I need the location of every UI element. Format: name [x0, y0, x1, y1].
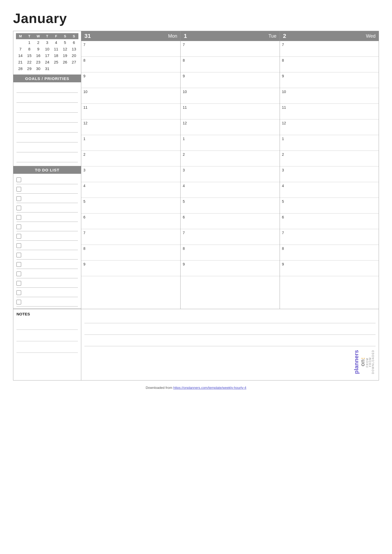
hour-row: 6 — [280, 213, 379, 229]
cal-day-header: T — [43, 33, 51, 39]
hour-row: 5 — [81, 198, 180, 213]
cal-day: 9 — [34, 46, 43, 52]
day-column: 1Tue789101112123456789 — [180, 31, 279, 309]
hour-row: 7 — [81, 229, 180, 245]
hour-label: 11 — [83, 105, 90, 109]
todo-item — [16, 213, 78, 222]
hour-label: 12 — [282, 120, 288, 125]
hour-row: 6 — [181, 213, 279, 229]
todo-item — [16, 204, 78, 212]
cal-day: 22 — [25, 59, 34, 65]
hour-label: 7 — [183, 230, 189, 235]
hour-row: 11 — [181, 104, 279, 119]
hour-row: 2 — [280, 151, 379, 166]
hour-label: 4 — [83, 183, 90, 188]
days-grid: 31Mon7891011121234567891Tue7891011121234… — [81, 31, 379, 309]
todo-checkbox[interactable] — [16, 281, 21, 286]
hour-label: 9 — [282, 73, 288, 78]
todo-checkbox[interactable] — [16, 177, 21, 182]
hour-label: 12 — [183, 120, 189, 125]
todo-checkbox[interactable] — [16, 300, 21, 304]
cal-day: 20 — [70, 52, 78, 59]
hour-row: 12 — [181, 119, 279, 135]
hour-row: 7 — [280, 41, 379, 57]
hour-row: 8 — [181, 245, 279, 261]
todo-checkbox[interactable] — [16, 215, 21, 220]
todo-item — [16, 288, 78, 297]
cal-day: 10 — [43, 46, 51, 52]
todo-item — [16, 269, 78, 278]
todo-checkbox[interactable] — [16, 272, 21, 276]
hour-row: 9 — [280, 261, 379, 276]
hour-row: 12 — [280, 119, 379, 135]
footer-link[interactable]: https://onplanners.com/template/weekly-h… — [173, 386, 246, 390]
goals-lines — [13, 82, 81, 166]
todo-checkbox[interactable] — [16, 187, 21, 192]
todo-checkbox[interactable] — [16, 224, 21, 229]
notes-area-right — [84, 312, 376, 346]
hour-row: 4 — [181, 182, 279, 198]
todo-header: TO DO LIST — [13, 166, 81, 174]
branding-area: DOWNLOADED FROM FROM on: planners — [84, 346, 376, 378]
hour-row: 12 — [81, 119, 180, 135]
hour-label: 1 — [83, 136, 90, 141]
cal-day: 11 — [52, 46, 61, 52]
hour-row: 7 — [280, 229, 379, 245]
day-name: Wed — [366, 33, 376, 39]
hour-label: 8 — [183, 58, 189, 62]
hour-row: 1 — [81, 135, 180, 151]
cal-day — [16, 39, 25, 46]
hour-row: 7 — [181, 229, 279, 245]
todo-checkbox[interactable] — [16, 290, 21, 295]
hour-label: 8 — [282, 246, 288, 251]
todo-checkbox[interactable] — [16, 196, 21, 201]
left-panel: MTWTFSS 12345678910111213141516171819202… — [13, 31, 81, 309]
hour-row: 8 — [81, 245, 180, 261]
hour-label: 2 — [282, 152, 288, 157]
hour-row: 8 — [181, 57, 279, 72]
cal-day-header: F — [52, 33, 61, 39]
notes-area-lines — [16, 318, 78, 353]
todo-checkbox[interactable] — [16, 206, 21, 210]
notes-line — [84, 335, 376, 346]
hour-label: 11 — [282, 105, 288, 109]
main-grid: MTWTFSS 12345678910111213141516171819202… — [13, 31, 379, 309]
todo-item — [16, 251, 78, 259]
cal-day-header: W — [34, 33, 43, 39]
goal-line — [16, 154, 78, 162]
hour-label: 6 — [183, 215, 189, 219]
hour-row: 9 — [81, 261, 180, 276]
cal-day: 3 — [43, 39, 51, 46]
hour-label: 5 — [183, 199, 189, 204]
hour-label: 6 — [282, 215, 288, 219]
hour-row: 9 — [181, 261, 279, 276]
todo-checkbox[interactable] — [16, 253, 21, 257]
hour-row: 6 — [81, 213, 180, 229]
hour-label: 2 — [183, 152, 189, 157]
hour-label: 6 — [83, 215, 90, 219]
cal-day: 8 — [25, 46, 34, 52]
hour-label: 8 — [83, 246, 90, 251]
hour-row: 4 — [280, 182, 379, 198]
hour-label: 7 — [282, 230, 288, 235]
cal-day: 5 — [61, 39, 70, 46]
todo-items — [13, 174, 81, 309]
hour-label: 8 — [83, 58, 90, 62]
todo-section: TO DO LIST — [13, 166, 81, 309]
todo-checkbox[interactable] — [16, 234, 21, 239]
bottom-section: NOTES DOWNLOADED FROM FROM on: plann — [13, 309, 379, 380]
goal-line — [16, 144, 78, 152]
todo-item — [16, 194, 78, 203]
hour-label: 3 — [282, 168, 288, 172]
todo-checkbox[interactable] — [16, 262, 21, 267]
notes-line — [84, 323, 376, 335]
hour-label: 4 — [183, 183, 189, 188]
todo-checkbox[interactable] — [16, 243, 21, 248]
cal-day: 21 — [16, 59, 25, 65]
goal-line — [16, 134, 78, 142]
goal-line — [16, 104, 78, 113]
cal-day: 4 — [52, 39, 61, 46]
hour-label: 2 — [83, 152, 90, 157]
page-title: January — [13, 10, 379, 26]
day-number: 2 — [283, 33, 286, 39]
